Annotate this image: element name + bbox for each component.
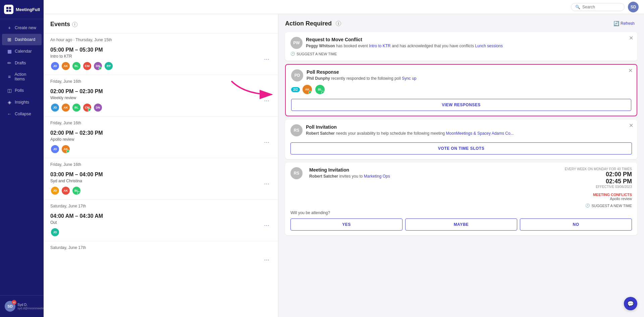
maybe-button[interactable]: MAYBE bbox=[405, 218, 517, 231]
meeting-time-range: 02:00 PM 02:45 PM bbox=[565, 171, 632, 185]
refresh-label: Refresh bbox=[621, 21, 635, 26]
app-name: MeetingFull bbox=[16, 7, 40, 12]
sidebar-item-label: Polls bbox=[15, 88, 24, 93]
no-button[interactable]: NO bbox=[520, 218, 632, 231]
poll-avatars-row: 2/2 AK BL bbox=[291, 84, 631, 95]
calendar-icon: ▦ bbox=[7, 49, 12, 54]
yes-button[interactable]: YES bbox=[290, 218, 402, 231]
sidebar: MeetingFull + Create new ⊞ Dashboard ▦ C… bbox=[0, 0, 44, 317]
avatar: BL bbox=[72, 186, 81, 195]
event-time: 04:00 AM – 04:30 AM bbox=[50, 213, 271, 219]
event-more-button[interactable]: ⋯ bbox=[262, 55, 271, 64]
sidebar-item-label: Collapse bbox=[15, 112, 31, 116]
sidebar-item-create-new[interactable]: + Create new bbox=[2, 22, 42, 34]
avatar: CM bbox=[83, 61, 92, 71]
sidebar-item-collapse[interactable]: ← Collapse bbox=[2, 108, 42, 120]
svg-rect-2 bbox=[6, 10, 8, 12]
desc-link-1[interactable]: Sync up bbox=[402, 76, 416, 81]
close-button[interactable]: ✕ bbox=[628, 68, 633, 73]
collapse-icon: ← bbox=[7, 111, 12, 117]
user-profile[interactable]: SD 11 Syd D. syd.d@moonmeetings.com bbox=[3, 299, 40, 314]
event-date-1: An hour ago · Thursday, June 15th bbox=[44, 34, 278, 44]
event-more-button[interactable]: ⋯ bbox=[262, 221, 271, 230]
event-card-weekly-review[interactable]: 02:00 PM – 02:30 PM Weekly review JD AK … bbox=[44, 85, 278, 116]
plus-icon: + bbox=[7, 25, 12, 30]
desc-link-1[interactable]: MoonMeetings & Spacey Adams Co... bbox=[446, 131, 514, 136]
desc-link-2[interactable]: Lunch sessions bbox=[475, 44, 503, 48]
meeting-time-start: 02:00 PM bbox=[565, 171, 632, 178]
events-info-icon[interactable]: ℹ bbox=[72, 22, 77, 27]
event-card-intro-ktr[interactable]: 05:00 PM – 05:30 PM Intro to KTR JD AK B… bbox=[44, 44, 278, 75]
close-button[interactable]: ✕ bbox=[629, 123, 633, 128]
refresh-icon: 🔄 bbox=[613, 21, 619, 26]
meeting-time-end: 02:45 PM bbox=[565, 178, 632, 185]
event-group-1: An hour ago · Thursday, June 15th 05:00 … bbox=[44, 33, 278, 75]
close-button[interactable]: ✕ bbox=[629, 36, 633, 41]
avatar: AK bbox=[61, 103, 70, 112]
vote-time-slots-button[interactable]: VOTE ON TIME SLOTS bbox=[290, 142, 632, 154]
event-card-out[interactable]: 04:00 AM – 04:30 AM Out JD ⋯ bbox=[44, 210, 278, 241]
event-name: Apollo review bbox=[50, 137, 271, 142]
desc-name: Peggy Whitson bbox=[306, 44, 335, 48]
user-avatar-top[interactable]: SD bbox=[628, 2, 639, 12]
sidebar-item-action-items[interactable]: ≡ Action Items bbox=[2, 69, 42, 84]
poll-avatar-2: BL bbox=[315, 84, 325, 95]
action-card-desc: Robert Satcher invites you to Marketing … bbox=[309, 174, 390, 179]
search-container: 🔍 bbox=[571, 3, 625, 11]
event-date-3: Friday, June 16th bbox=[44, 117, 278, 127]
view-responses-button[interactable]: VIEW RESPONSES bbox=[291, 99, 631, 111]
action-card-desc: Phil Dunphy recently responded to the fo… bbox=[307, 76, 417, 81]
action-card-poll-invitation: ✕ RS Poll Invitation Robert Satcher need… bbox=[285, 120, 637, 159]
event-more-button[interactable]: ⋯ bbox=[262, 138, 271, 147]
desc-link-1[interactable]: Marketing Ops bbox=[364, 174, 390, 179]
event-group-5: Saturday, June 17th 04:00 AM – 04:30 AM … bbox=[44, 199, 278, 241]
content-area: Events ℹ An hour ago · Thursday, June 15… bbox=[44, 14, 644, 317]
meeting-time-info: EVERY WEEK ON MONDAY FOR 40 TIMES 02:00 … bbox=[565, 167, 632, 189]
sidebar-item-calendar[interactable]: ▦ Calendar bbox=[2, 46, 42, 57]
action-card-header: PD Poll Response Phil Dunphy recently re… bbox=[291, 69, 631, 81]
event-date-2: Friday, June 16th bbox=[44, 75, 278, 85]
action-card-content: Poll Response Phil Dunphy recently respo… bbox=[307, 69, 417, 81]
sidebar-item-polls[interactable]: ◫ Polls bbox=[2, 85, 42, 96]
events-panel-header: Events ℹ bbox=[44, 21, 278, 33]
action-card-desc: Peggy Whitson has booked event Intro to … bbox=[306, 43, 503, 49]
chat-bubble[interactable]: 💬 bbox=[624, 297, 637, 310]
events-title: Events bbox=[50, 21, 70, 28]
sidebar-item-label: Calendar bbox=[15, 49, 32, 54]
event-more-button[interactable]: ⋯ bbox=[262, 96, 271, 106]
suggest-time-button[interactable]: 🕐 SUGGEST A NEW TIME bbox=[290, 52, 337, 56]
search-input[interactable] bbox=[582, 5, 620, 9]
event-time: 02:00 PM – 02:30 PM bbox=[50, 130, 271, 136]
action-items-icon: ≡ bbox=[7, 74, 12, 79]
action-required-info-icon[interactable]: ℹ bbox=[336, 21, 341, 26]
desc-name: Robert Satcher bbox=[306, 131, 335, 136]
suggest-time-button[interactable]: 🕐 SUGGEST A NEW TIME bbox=[585, 203, 632, 208]
event-time: 02:00 PM – 02:30 PM bbox=[50, 88, 271, 94]
action-card-title: Poll Invitation bbox=[306, 124, 514, 130]
sidebar-item-dashboard[interactable]: ⊞ Dashboard bbox=[2, 34, 42, 45]
meeting-conflict-event: Apollo review bbox=[585, 197, 632, 201]
top-search-bar: 🔍 SD bbox=[44, 0, 644, 14]
avatar: EP bbox=[104, 61, 113, 71]
avatar: JD bbox=[50, 228, 60, 237]
sidebar-item-label: Insights bbox=[15, 100, 29, 105]
events-panel: Events ℹ An hour ago · Thursday, June 15… bbox=[44, 14, 278, 317]
event-more-button[interactable]: ⋯ bbox=[262, 255, 271, 264]
action-card-desc: Robert Satcher needs your availability t… bbox=[306, 131, 514, 136]
main-wrapper: 🔍 SD Events ℹ An hour ago · Thursday, Ju… bbox=[44, 0, 644, 317]
refresh-button[interactable]: 🔄 Refresh bbox=[611, 19, 637, 27]
event-card-syd-christina[interactable]: 03:00 PM – 04:00 PM Syd and Christina JD… bbox=[44, 168, 278, 199]
desc-link-1[interactable]: Intro to KTR bbox=[369, 44, 391, 48]
suggest-time-label: SUGGEST A NEW TIME bbox=[297, 52, 337, 56]
desc-name: Robert Satcher bbox=[309, 174, 338, 179]
desc-text: invites you to bbox=[339, 174, 364, 179]
avatar: CM bbox=[83, 103, 92, 112]
event-group-6: Saturday, June 17th ⋯ bbox=[44, 241, 278, 268]
event-card-apollo-review[interactable]: 02:00 PM – 02:30 PM Apollo review JD AK … bbox=[44, 127, 278, 158]
notification-badge: 11 bbox=[12, 300, 16, 305]
sidebar-item-insights[interactable]: ◈ Insights bbox=[2, 97, 42, 108]
sidebar-item-drafts[interactable]: ✏ Drafts bbox=[2, 57, 42, 69]
event-more-button[interactable]: ⋯ bbox=[262, 179, 271, 189]
action-panel: Action Required ℹ 🔄 Refresh ✕ PW Request… bbox=[278, 14, 644, 317]
event-name: Syd and Christina bbox=[50, 179, 271, 183]
